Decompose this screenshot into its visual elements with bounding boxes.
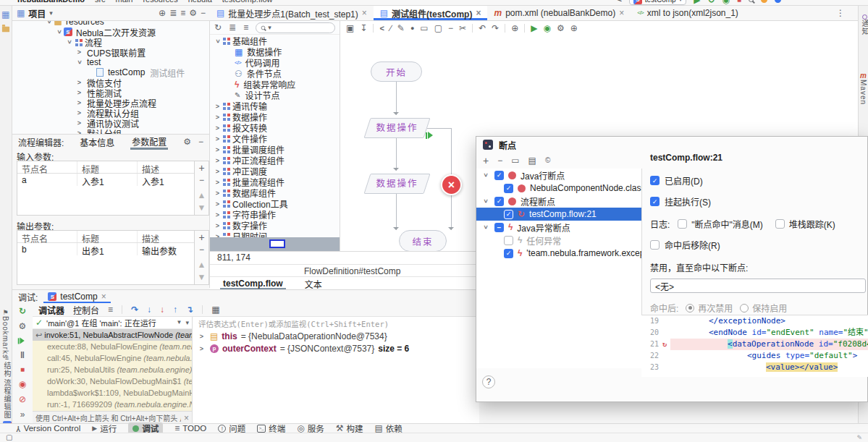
suspend-checkbox[interactable]: 挂起执行(S) — [650, 195, 867, 208]
settings-icon[interactable] — [19, 322, 27, 331]
palette-group[interactable]: 字符串操作 — [210, 209, 340, 220]
flow-breakpoint-icon[interactable] — [662, 339, 667, 350]
flow-structure-breadcrumb[interactable]: FlowDefinition#testComp — [304, 266, 400, 276]
rect-tool-icon[interactable] — [420, 24, 428, 33]
project-panel-title[interactable]: 项目 — [28, 7, 46, 20]
canvas-settings-icon[interactable] — [557, 24, 565, 33]
group-by-package-icon[interactable]: © — [545, 157, 550, 164]
radio-disable-again[interactable]: 再次禁用 — [686, 302, 733, 314]
mute-breakpoints-icon[interactable] — [19, 395, 26, 404]
minimap-viewport[interactable] — [269, 239, 285, 248]
palette-group[interactable]: 批量流程组件 — [210, 177, 340, 187]
cut-icon[interactable] — [459, 24, 466, 33]
flow-node-data-op-1[interactable]: 数据操作 — [367, 118, 427, 138]
output-params-table[interactable]: 节点名标题描述 b出参1输出参数 — [17, 230, 195, 285]
toolbar-item-vcs[interactable]: Version Control — [16, 424, 80, 433]
breakpoint-group[interactable]: 流程断点 — [476, 195, 641, 208]
chevron-icon[interactable] — [213, 222, 222, 229]
tree-item[interactable]: CUPS银联前置 — [12, 47, 209, 57]
run-flow-icon[interactable] — [531, 24, 537, 33]
stack-frame[interactable]: run:25, NebulaUtils(team.nebula.engine) — [33, 364, 192, 375]
center-icon[interactable] — [511, 24, 518, 33]
move-up-button[interactable]: ▲ — [198, 189, 206, 201]
variable-row[interactable]: this = {NebulaDataOperationNode@7534} — [193, 330, 479, 342]
chevron-icon[interactable] — [75, 99, 84, 106]
breadcrumb-item[interactable]: src — [95, 0, 106, 4]
palette-group[interactable]: 冲正流程组件 — [210, 155, 340, 166]
stack-frame[interactable]: invoke:51, NebulaAbstractFlowNode(team.n… — [33, 329, 192, 341]
hide-panel-icon[interactable] — [201, 9, 206, 17]
chevron-icon[interactable] — [197, 345, 206, 352]
step-over-icon[interactable] — [131, 305, 138, 314]
rerun-icon[interactable] — [19, 307, 26, 315]
chevron-icon[interactable] — [481, 197, 490, 205]
project-toolwindow-icon[interactable] — [1, 10, 9, 19]
tab-pom[interactable]: pom.xml (nebualBankDemo) — [487, 6, 631, 20]
breakpoint-item[interactable]: 任何异常 — [476, 234, 641, 247]
palette-group[interactable]: Collection工具 — [210, 198, 340, 209]
add-row-button[interactable] — [198, 161, 204, 174]
expand-all-icon[interactable] — [169, 9, 177, 17]
breakpoint-item-selected[interactable]: testComp.flow:21 — [476, 208, 641, 221]
circle-tool-icon[interactable] — [410, 25, 414, 32]
select-tool-icon[interactable] — [346, 24, 354, 33]
checkbox[interactable] — [494, 223, 504, 232]
help-button[interactable] — [482, 375, 495, 388]
repository-toolwindow-icon[interactable] — [2, 27, 9, 33]
chevron-icon[interactable] — [481, 171, 490, 179]
checkbox[interactable] — [504, 236, 513, 245]
checkbox[interactable] — [504, 184, 513, 193]
gear-icon[interactable] — [189, 9, 197, 17]
chevron-icon[interactable] — [213, 124, 222, 132]
palette-group[interactable]: 数据操作 — [210, 111, 340, 122]
palette-group[interactable]: 基础组件 — [210, 35, 340, 46]
chevron-icon[interactable] — [75, 89, 84, 96]
close-icon[interactable] — [362, 9, 367, 17]
sidebar-item-structure[interactable]: 结构 — [1, 355, 12, 378]
stack-frame[interactable]: lambda$work$1:109, NebulaDebugMainHandle… — [33, 387, 192, 399]
palette-item[interactable]: 组装异常响应 — [210, 79, 340, 90]
checkbox[interactable] — [504, 210, 513, 219]
tab-debugger[interactable]: 调试器 — [38, 304, 64, 316]
stop-icon[interactable] — [20, 366, 25, 373]
code-line[interactable]: 20<endNode id="endEvent" name="结束" /> — [641, 327, 868, 339]
sidebar-item-notifications[interactable]: 通知 — [859, 14, 868, 35]
square-tool-icon[interactable] — [434, 24, 442, 33]
pencil-tool-icon[interactable] — [397, 24, 405, 33]
checkbox[interactable] — [504, 249, 513, 258]
crosshair-icon[interactable] — [570, 24, 578, 33]
radio-keep-enabled[interactable]: 保持启用 — [740, 302, 787, 314]
breakpoint-item[interactable]: 'team.nebula.framework.exceptions.Nebu — [476, 247, 641, 260]
chevron-icon[interactable] — [213, 157, 222, 164]
tree-item[interactable]: 默认分组 — [12, 128, 209, 134]
collapse-all-icon[interactable] — [180, 9, 185, 17]
step-into-icon[interactable] — [147, 305, 151, 314]
canvas-minimap[interactable] — [210, 237, 340, 251]
code-line[interactable]: 23<value></value> — [641, 362, 868, 373]
disable-until-combobox[interactable]: <无> — [650, 279, 866, 293]
layout-options-icon[interactable] — [108, 305, 113, 314]
breadcrumb-item[interactable]: testComp.flow — [222, 0, 273, 4]
stack-frame[interactable]: execute:88, NebulaFlowEngine(team.nebula… — [33, 341, 192, 352]
more-icon[interactable] — [20, 410, 25, 419]
hide-panel-icon[interactable] — [198, 137, 203, 146]
gear-icon[interactable] — [183, 137, 191, 146]
input-params-table[interactable]: 节点名标题描述 a入参1入参1 — [17, 161, 195, 216]
chevron-icon[interactable] — [213, 146, 222, 153]
sidebar-item-maven[interactable]: Maven — [859, 72, 867, 105]
breadcrumb-item[interactable]: nebualBankDemo — [17, 0, 85, 4]
chevron-icon[interactable] — [213, 103, 222, 110]
flow-node-start[interactable]: 开始 — [371, 61, 422, 82]
chevron-icon[interactable] — [213, 168, 222, 175]
run-button[interactable] — [694, 0, 700, 4]
remove-row-button[interactable] — [199, 243, 204, 255]
palette-item[interactable]: 条件节点 — [210, 68, 340, 79]
stacktrace-checkbox[interactable]: 堆栈跟踪(K) — [775, 218, 835, 230]
flow-node-end[interactable]: 结束 — [399, 230, 447, 252]
chevron-icon[interactable] — [213, 200, 222, 208]
view-breakpoints-icon[interactable] — [19, 380, 26, 388]
run-config-selector[interactable]: testComp — [629, 0, 686, 5]
tab-console[interactable]: 控制台 — [73, 304, 99, 316]
stack-frame[interactable]: run:-1, 716699209(team.nebula.engine.Neb… — [33, 399, 192, 410]
close-icon[interactable] — [619, 9, 624, 17]
